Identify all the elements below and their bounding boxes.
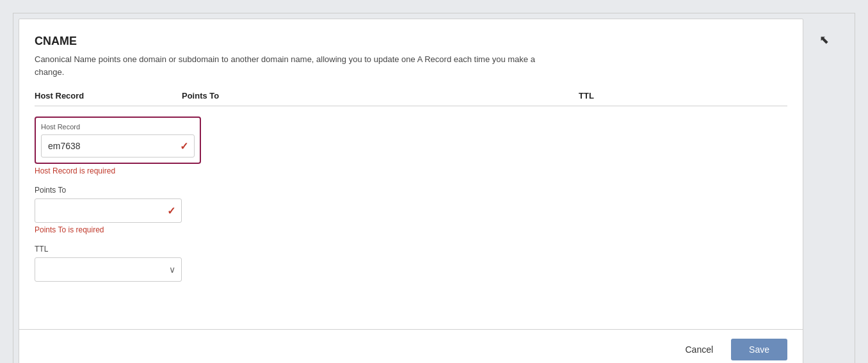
ttl-select-wrapper: Automatic 300 600 1800 3600 7200 14400 2… — [35, 257, 182, 282]
col-header-host: Host Record — [35, 91, 182, 101]
ttl-select[interactable]: Automatic 300 600 1800 3600 7200 14400 2… — [35, 257, 182, 282]
host-record-field-group: Host Record ✓ Host Record is required — [35, 117, 787, 175]
form-section: Host Record ✓ Host Record is required Po… — [35, 117, 787, 292]
save-button[interactable]: Save — [731, 339, 787, 360]
points-to-label: Points To — [35, 186, 787, 195]
cancel-button[interactable]: Cancel — [677, 339, 721, 360]
points-to-input[interactable] — [35, 198, 182, 223]
host-record-label-inside: Host Record — [41, 123, 195, 131]
ttl-label: TTL — [35, 245, 787, 254]
table-header-row: Host Record Points To TTL — [35, 91, 787, 106]
main-panel: CNAME Canonical Name points one domain o… — [19, 19, 803, 363]
cursor-indicator: ⬉ — [819, 33, 829, 47]
ttl-field-group: TTL Automatic 300 600 1800 3600 7200 144… — [35, 245, 787, 282]
host-record-input[interactable] — [41, 134, 195, 157]
section-description: Canonical Name points one domain or subd… — [35, 53, 547, 78]
col-header-points: Points To — [182, 91, 579, 101]
points-to-check-icon: ✓ — [167, 205, 175, 217]
section-title: CNAME — [35, 35, 787, 48]
host-record-input-wrapper: ✓ — [41, 134, 195, 157]
points-to-input-wrapper: ✓ — [35, 198, 182, 223]
points-to-field-group: Points To ✓ Points To is required — [35, 186, 787, 234]
points-to-error: Points To is required — [35, 225, 787, 234]
col-header-ttl: TTL — [579, 91, 787, 101]
host-record-error: Host Record is required — [35, 166, 787, 175]
host-record-container: Host Record ✓ — [35, 117, 201, 164]
host-record-check-icon: ✓ — [180, 140, 188, 152]
footer-row: Cancel Save — [19, 329, 803, 363]
right-sidebar: ⬉ — [803, 13, 855, 363]
